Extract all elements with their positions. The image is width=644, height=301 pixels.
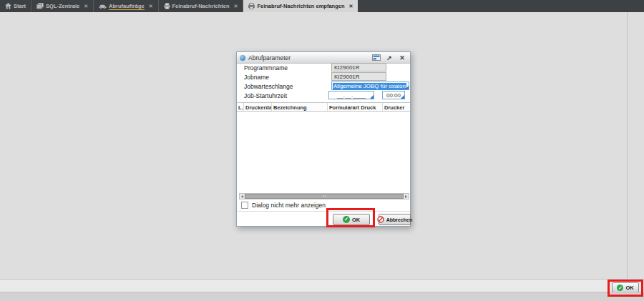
tab-bar-filler	[358, 0, 644, 12]
column-header[interactable]: L.	[237, 103, 244, 111]
close-icon[interactable]: ✕	[149, 4, 153, 9]
tab-label: Start	[14, 3, 26, 9]
ok-button-label: OK	[352, 217, 360, 223]
detach-arrow-icon[interactable]: ↗	[384, 54, 394, 62]
checkbox-label: Dialog nicht mehr anzeigen	[252, 202, 326, 209]
prompt-triangle-icon[interactable]	[401, 95, 404, 99]
home-icon	[5, 3, 11, 9]
car-icon	[99, 4, 107, 9]
tab-feinabruf-nachrichten-empfangen[interactable]: Feinabruf-Nachrichten empfangen ✕	[243, 0, 358, 12]
app-ball-icon	[240, 55, 245, 61]
time-value: 00:00	[386, 92, 401, 99]
tab-abrufauftraege[interactable]: Abrufaufträge ✕	[94, 0, 158, 12]
close-icon[interactable]: ✕	[349, 4, 353, 9]
close-icon[interactable]: ✕	[234, 4, 238, 9]
tab-bar: Start SQL-Zentrale ✕ Abrufaufträge ✕ Fei…	[0, 0, 644, 12]
abbrechen-button-label: Abbrechen	[386, 217, 413, 222]
dialog-title: Abrufparameter	[248, 54, 369, 61]
scrollbar-thumb[interactable]	[245, 194, 404, 199]
dialog-title-bar[interactable]: Abrufparameter ↗ ✕	[237, 52, 410, 64]
window-icon	[36, 3, 44, 9]
tab-sql-zentrale[interactable]: SQL-Zentrale ✕	[31, 0, 94, 12]
bottom-ok-label: OK	[625, 285, 633, 291]
bottom-ok-button[interactable]: ✓ OK	[612, 282, 639, 292]
table-header: L. Druckerdat... Bezeichnung Formularart…	[237, 102, 410, 112]
close-icon[interactable]: ✕	[84, 4, 88, 9]
dock-window-icon[interactable]	[371, 54, 381, 62]
selected-text: Allgemeine JOBQ für oxaion	[333, 83, 406, 90]
cancel-circle-icon	[377, 216, 384, 223]
prompt-triangle-icon[interactable]	[405, 86, 409, 89]
programmname-label: Programmname	[244, 64, 288, 71]
scroll-left-icon[interactable]	[240, 194, 245, 199]
button-row-divider	[237, 211, 410, 212]
ok-button[interactable]: ✓ OK	[333, 214, 370, 225]
app-screen: Start SQL-Zentrale ✕ Abrufaufträge ✕ Fei…	[0, 0, 644, 301]
start-time-input[interactable]: 00:00	[382, 91, 405, 99]
abbrechen-button[interactable]: Abbrechen	[379, 214, 411, 225]
horizontal-scrollbar[interactable]	[239, 193, 409, 199]
jobwarteschlange-label: Jobwarteschlange	[244, 83, 293, 90]
column-header[interactable]: Druckerdat...	[244, 103, 272, 111]
date-placeholder: __.__.____	[337, 92, 366, 99]
bottom-button-bar: ✓ OK	[0, 279, 644, 292]
prompt-triangle-icon[interactable]	[370, 95, 374, 99]
bottom-status-strip	[0, 292, 644, 301]
jobwarteschlange-input[interactable]: Allgemeine JOBQ für oxaion	[331, 82, 409, 90]
printer-icon	[248, 3, 255, 9]
job-startuhrzeit-label: Job-Startuhrzeit	[244, 92, 287, 99]
scroll-right-icon[interactable]	[404, 194, 409, 199]
check-circle-icon: ✓	[617, 285, 623, 291]
programmname-field: KI29001R	[331, 63, 386, 71]
tab-label: Feinabruf-Nachrichten empfangen	[257, 3, 344, 9]
tab-label: SQL-Zentrale	[46, 3, 79, 9]
tab-start[interactable]: Start	[0, 0, 31, 12]
jobname-label: Jobname	[244, 74, 269, 81]
panel-divider	[627, 12, 628, 279]
column-header[interactable]: Bezeichnung	[272, 103, 328, 111]
printer-icon	[164, 3, 170, 9]
dont-show-again-checkbox[interactable]	[241, 202, 248, 209]
scrollbar-grip	[323, 195, 326, 197]
check-circle-icon: ✓	[343, 216, 350, 223]
tab-label: Abrufaufträge	[109, 3, 145, 10]
close-icon[interactable]: ✕	[397, 54, 407, 62]
abrufparameter-dialog: Abrufparameter ↗ ✕ Programmname KI29001R…	[236, 51, 411, 227]
dont-show-again-row: Dialog nicht mehr anzeigen	[241, 202, 326, 209]
column-header[interactable]: Drucker	[383, 103, 410, 111]
start-date-input[interactable]: __.__.____	[328, 91, 374, 99]
tab-feinabruf-nachrichten[interactable]: Feinabruf-Nachrichten ✕	[159, 0, 244, 12]
jobname-field: KI29001R	[331, 72, 386, 81]
tab-label: Feinabruf-Nachrichten	[172, 3, 230, 9]
column-header[interactable]: Formularart Druck	[328, 103, 383, 111]
